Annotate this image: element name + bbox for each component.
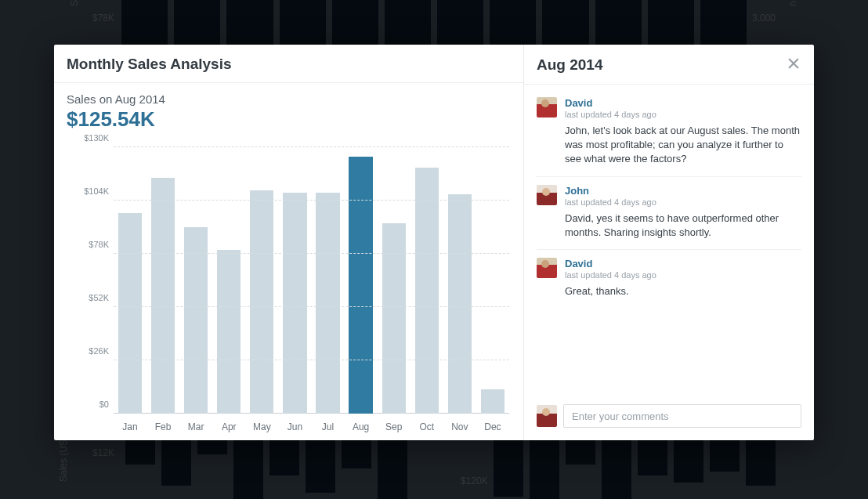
chart-bar-slot[interactable] bbox=[476, 147, 509, 414]
chart-bar[interactable] bbox=[316, 193, 339, 414]
chart-y-tick: $104K bbox=[74, 186, 109, 196]
chart-bar[interactable] bbox=[415, 168, 439, 414]
chart-y-tick: $130K bbox=[74, 133, 109, 143]
comment: Davidlast updated 4 days agoGreat, thank… bbox=[537, 250, 801, 308]
chart-bar-slot[interactable] bbox=[179, 147, 212, 414]
bg-bottom-left-tick: $12K bbox=[92, 447, 114, 458]
comment-author[interactable]: David bbox=[565, 97, 801, 109]
sales-analysis-modal: Monthly Sales Analysis Sales on Aug 2014… bbox=[54, 45, 814, 440]
chart-bar-slot[interactable] bbox=[345, 147, 378, 414]
chart-x-tick: Feb bbox=[146, 421, 179, 432]
chart-x-tick: Oct bbox=[410, 421, 443, 432]
close-button[interactable] bbox=[784, 56, 803, 74]
chart-bar[interactable] bbox=[481, 389, 505, 414]
chart-y-tick: $52K bbox=[74, 293, 109, 302]
chart-bar-slot[interactable] bbox=[212, 147, 245, 414]
chart-x-tick: Jan bbox=[114, 421, 146, 432]
chart-bar[interactable] bbox=[382, 223, 406, 414]
selected-sales-value: $125.54K bbox=[67, 107, 511, 132]
chart-x-tick: Jul bbox=[311, 421, 344, 432]
comment: Davidlast updated 4 days agoJohn, let's … bbox=[537, 89, 801, 177]
comment-avatar bbox=[537, 258, 557, 278]
bg-axis-left-label: S in thous bbox=[69, 0, 80, 6]
chart-x-tick: Jun bbox=[278, 421, 311, 432]
comments-list: Davidlast updated 4 days agoJohn, let's … bbox=[524, 85, 814, 396]
chart-x-tick: Mar bbox=[179, 421, 212, 432]
modal-right-panel: Aug 2014 Davidlast updated 4 days agoJoh… bbox=[524, 45, 814, 440]
comment-timestamp: last updated 4 days ago bbox=[565, 270, 801, 280]
comment-input[interactable] bbox=[563, 404, 801, 428]
chart-x-tick: Nov bbox=[443, 421, 476, 432]
chart-y-tick: $0 bbox=[74, 400, 109, 409]
chart-gridline bbox=[114, 306, 509, 307]
selected-sales-label: Sales on Aug 2014 bbox=[67, 92, 511, 106]
chart-bar[interactable] bbox=[217, 250, 241, 414]
chart-x-tick: Apr bbox=[212, 421, 245, 432]
chart-x-tick: Dec bbox=[476, 421, 509, 432]
comment-author[interactable]: David bbox=[565, 258, 801, 269]
comment-avatar bbox=[537, 185, 557, 205]
chart-bar-slot[interactable] bbox=[278, 147, 311, 414]
chart-bar-slot[interactable] bbox=[443, 147, 476, 414]
chart-bar-slot[interactable] bbox=[311, 147, 344, 414]
comment-body: Johnlast updated 4 days agoDavid, yes it… bbox=[565, 185, 801, 240]
comment-timestamp: last updated 4 days ago bbox=[565, 110, 801, 119]
modal-title: Monthly Sales Analysis bbox=[54, 45, 523, 83]
chart-x-tick: May bbox=[245, 421, 278, 432]
chart-bar[interactable] bbox=[250, 190, 273, 414]
close-icon bbox=[787, 56, 801, 74]
chart-x-tick: Aug bbox=[345, 421, 378, 432]
chart-y-tick: $78K bbox=[74, 240, 109, 249]
comment-timestamp: last updated 4 days ago bbox=[565, 197, 801, 207]
chart-gridline bbox=[114, 146, 509, 147]
comment-text: John, let's look back at our August sale… bbox=[565, 124, 801, 167]
chart-bar[interactable] bbox=[283, 193, 306, 414]
chart-gridline bbox=[114, 253, 509, 254]
compose-row bbox=[524, 396, 814, 440]
chart-bar-slot[interactable] bbox=[378, 147, 410, 414]
comment-avatar bbox=[537, 97, 557, 118]
chart-bar-slot[interactable] bbox=[114, 147, 146, 414]
comment-text: Great, thanks. bbox=[565, 284, 801, 298]
comment-text: David, yes it seems to have outperformed… bbox=[565, 212, 801, 240]
bg-bottom-right-tick: $120K bbox=[461, 475, 488, 486]
comments-panel-title: Aug 2014 bbox=[537, 56, 602, 74]
chart-bar[interactable] bbox=[448, 194, 472, 414]
bg-tick-left: $78K bbox=[92, 13, 114, 24]
comment: Johnlast updated 4 days agoDavid, yes it… bbox=[537, 177, 801, 250]
chart-y-tick: $26K bbox=[74, 346, 109, 356]
chart-gridline bbox=[114, 200, 509, 201]
chart-bar[interactable] bbox=[349, 157, 372, 414]
comment-author[interactable]: John bbox=[565, 185, 801, 197]
chart-bar-slot[interactable] bbox=[245, 147, 278, 414]
chart-x-tick: Sep bbox=[378, 421, 410, 432]
modal-left-panel: Monthly Sales Analysis Sales on Aug 2014… bbox=[54, 45, 524, 440]
chart-bar-slot[interactable] bbox=[146, 147, 179, 414]
bg-axis-right-label: sold (in u bbox=[788, 0, 799, 6]
chart-bar[interactable] bbox=[184, 227, 208, 414]
bg-tick-right: 3,000 bbox=[752, 13, 776, 24]
current-user-avatar bbox=[537, 405, 557, 427]
chart-bar-slot[interactable] bbox=[410, 147, 443, 414]
monthly-sales-chart: $0$26K$52K$78K$104K$130K JanFebMarAprMay… bbox=[54, 136, 523, 440]
comment-body: Davidlast updated 4 days agoJohn, let's … bbox=[565, 97, 801, 167]
chart-bar[interactable] bbox=[118, 213, 142, 414]
chart-bar[interactable] bbox=[151, 178, 175, 414]
comment-body: Davidlast updated 4 days agoGreat, thank… bbox=[565, 258, 801, 298]
selected-sales-header: Sales on Aug 2014 $125.54K bbox=[54, 83, 523, 136]
chart-gridline bbox=[114, 360, 509, 360]
